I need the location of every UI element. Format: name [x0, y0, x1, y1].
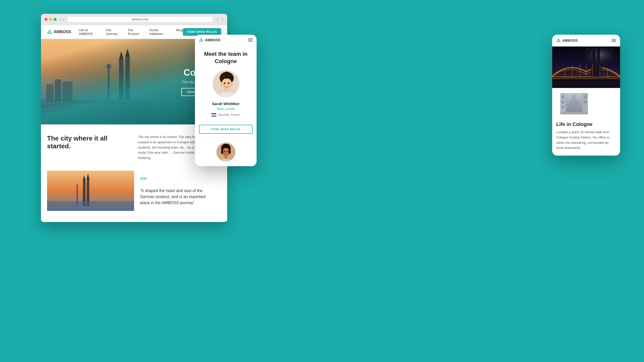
svg-rect-76	[560, 112, 588, 114]
mobile-phone-1: AMBOSS Meet the team in Cologne	[195, 35, 257, 166]
svg-point-50	[587, 49, 588, 50]
share-icon[interactable]: ⇧	[216, 17, 219, 21]
mobile1-hero: Meet the team in Cologne	[195, 44, 257, 125]
life-in-cologne-text: Located a quick 15 minute walk from Colo…	[556, 130, 616, 151]
dot-close[interactable]	[45, 18, 48, 21]
mobile1-wordmark: AMBOSS	[205, 38, 220, 42]
mobile1-logo: AMBOSS	[199, 38, 220, 42]
profile-role: Team Leader	[200, 107, 252, 111]
mobile2-hamburger-line-2	[612, 40, 616, 41]
svg-point-53	[580, 55, 580, 56]
mobile1-second-profile	[195, 138, 257, 166]
svg-rect-42	[224, 156, 227, 159]
mobile2-hamburger-icon[interactable]	[612, 39, 616, 42]
profile-name: Sarah Whittiker	[200, 102, 252, 106]
cologne-night-svg	[552, 47, 620, 88]
profile-meta: She/Her, French	[218, 113, 240, 117]
cologne-alley-photo	[560, 93, 588, 114]
scene: ‹ › amboss.com ⇧ + AMBOSS	[0, 0, 644, 362]
browser-dots	[45, 18, 57, 21]
hamburger-line-2	[248, 40, 253, 40]
svg-rect-75	[584, 101, 587, 104]
mobile2-logo-icon	[556, 38, 561, 43]
mobile2-hamburger-line-1	[612, 39, 616, 39]
svg-point-28	[227, 74, 232, 79]
profile-flag-row: She/Her, French	[200, 113, 252, 117]
nav-life[interactable]: Life at AMBOSS	[79, 28, 101, 36]
profile-photo-circle	[212, 70, 240, 98]
mobile2-nav: AMBOSS	[552, 35, 620, 47]
cologne-photo	[47, 171, 134, 211]
amboss-logo-desktop: AMBOSS	[47, 29, 71, 34]
nav-journey[interactable]: Our Journey	[106, 28, 123, 36]
url-bar[interactable]: amboss.com	[67, 16, 213, 22]
browser-nav: ‹ ›	[60, 17, 64, 21]
svg-point-33	[221, 84, 222, 85]
cologne-night-photo	[552, 47, 620, 88]
mobile-phone-2: AMBOSS	[552, 35, 620, 156]
cologne-sunset-svg	[47, 171, 134, 211]
svg-point-40	[224, 151, 225, 152]
mobile2-wordmark: AMBOSS	[562, 38, 578, 42]
mobile1-heading: Meet the team in Cologne	[200, 51, 252, 65]
mobile1-nav: AMBOSS	[195, 35, 257, 44]
back-arrow-icon[interactable]: ‹	[60, 17, 61, 21]
nav-blog[interactable]: Blog	[176, 28, 183, 36]
browser-actions: ⇧ +	[216, 17, 224, 21]
svg-point-27	[221, 74, 226, 79]
hamburger-icon[interactable]	[248, 38, 253, 41]
dot-maximize[interactable]	[54, 18, 57, 21]
browser-chrome: ‹ › amboss.com ⇧ +	[41, 14, 227, 25]
mobile2-photos-row	[552, 88, 620, 119]
mobile1-cta-button[interactable]: VIEW OPEN ROLES	[199, 125, 253, 134]
profile-avatar-svg	[213, 71, 240, 98]
second-profile-circle	[216, 142, 236, 162]
svg-point-49	[572, 53, 573, 53]
quote-marks-icon: ““	[140, 177, 215, 185]
body-heading: The city where it all started.	[47, 134, 130, 161]
website-nav-links: Life at AMBOSS Our Journey Our Product S…	[79, 28, 183, 36]
mobile1-logo-icon	[199, 38, 204, 42]
forward-arrow-icon[interactable]: ›	[63, 17, 64, 21]
svg-point-37	[222, 148, 230, 156]
svg-rect-20	[47, 201, 134, 211]
svg-rect-73	[561, 106, 564, 109]
dot-minimize[interactable]	[49, 18, 52, 21]
mobile2-hamburger-line-3	[612, 41, 616, 42]
quote-text: “It shaped the heart and soul of the Ger…	[140, 188, 215, 206]
svg-rect-60	[552, 79, 620, 88]
hamburger-line-3	[248, 41, 253, 41]
svg-rect-38	[221, 147, 223, 154]
svg-point-52	[612, 48, 613, 49]
svg-rect-74	[584, 96, 587, 99]
mobile2-logo: AMBOSS	[556, 38, 578, 43]
hamburger-line-1	[248, 38, 253, 39]
life-in-cologne-heading: Life in Cologne	[556, 121, 616, 127]
nav-social[interactable]: Social Initiatives	[149, 28, 171, 36]
svg-rect-72	[561, 101, 564, 104]
svg-point-25	[222, 78, 232, 89]
svg-point-29	[224, 82, 225, 84]
amboss-wordmark: AMBOSS	[54, 30, 71, 34]
alley-svg	[560, 93, 588, 114]
svg-point-41	[227, 151, 228, 152]
svg-rect-71	[561, 96, 564, 99]
flag-blue-stripe	[211, 116, 216, 117]
second-profile-svg	[217, 142, 235, 162]
svg-rect-39	[229, 147, 230, 154]
new-tab-icon[interactable]: +	[222, 17, 224, 21]
amboss-logo-icon	[47, 29, 52, 34]
svg-point-30	[228, 82, 229, 84]
life-in-cologne: Life in Cologne Located a quick 15 minut…	[552, 119, 620, 156]
quote-block: ““ “It shaped the heart and soul of the …	[134, 171, 221, 212]
svg-point-34	[231, 84, 233, 85]
svg-point-51	[602, 51, 603, 52]
svg-point-48	[559, 50, 560, 51]
nav-product[interactable]: Our Product	[128, 28, 144, 36]
flag-netherlands	[211, 113, 216, 117]
